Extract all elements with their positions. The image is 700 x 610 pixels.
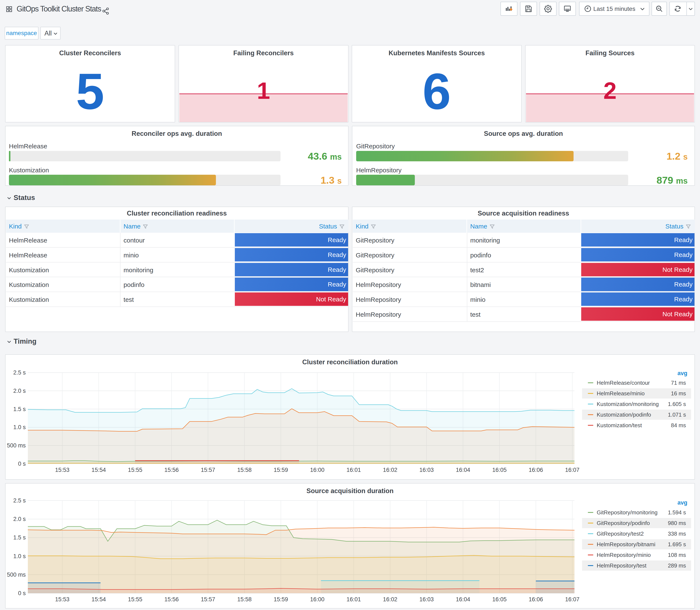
svg-text:16:01: 16:01 <box>347 596 361 603</box>
svg-text:15:59: 15:59 <box>274 467 288 473</box>
svg-text:16:03: 16:03 <box>420 467 434 473</box>
svg-text:1.5 s: 1.5 s <box>13 406 26 412</box>
svg-text:15:59: 15:59 <box>274 596 288 603</box>
svg-text:15:53: 15:53 <box>55 467 69 473</box>
svg-text:1.0 s: 1.0 s <box>13 553 26 559</box>
svg-text:16:00: 16:00 <box>310 467 325 473</box>
svg-text:16:07: 16:07 <box>565 467 580 473</box>
svg-text:16:01: 16:01 <box>347 467 361 473</box>
svg-text:16:00: 16:00 <box>310 596 325 603</box>
svg-text:2.0 s: 2.0 s <box>13 388 26 394</box>
svg-text:16:04: 16:04 <box>456 596 470 603</box>
svg-text:2.5 s: 2.5 s <box>13 369 26 376</box>
svg-text:2.5 s: 2.5 s <box>13 497 26 504</box>
svg-text:15:56: 15:56 <box>164 467 179 473</box>
svg-text:16:04: 16:04 <box>456 467 470 473</box>
svg-text:15:57: 15:57 <box>201 467 215 473</box>
svg-text:0 s: 0 s <box>18 461 26 467</box>
svg-text:16:06: 16:06 <box>529 467 543 473</box>
svg-text:16:02: 16:02 <box>383 467 397 473</box>
svg-text:15:54: 15:54 <box>92 467 106 473</box>
svg-text:15:55: 15:55 <box>128 596 142 603</box>
svg-text:16:06: 16:06 <box>529 596 543 603</box>
svg-text:16:05: 16:05 <box>492 596 507 603</box>
svg-text:15:56: 15:56 <box>164 596 179 603</box>
svg-text:15:55: 15:55 <box>128 467 142 473</box>
svg-text:16:07: 16:07 <box>565 596 580 603</box>
svg-text:15:53: 15:53 <box>55 596 69 603</box>
svg-text:1.0 s: 1.0 s <box>13 424 26 430</box>
svg-text:15:58: 15:58 <box>237 467 251 473</box>
svg-text:500 ms: 500 ms <box>7 572 26 578</box>
svg-text:15:58: 15:58 <box>237 596 251 603</box>
svg-text:0 s: 0 s <box>18 590 26 596</box>
svg-text:15:54: 15:54 <box>92 596 106 603</box>
svg-text:16:03: 16:03 <box>420 596 434 603</box>
svg-text:16:02: 16:02 <box>383 596 397 603</box>
svg-text:15:57: 15:57 <box>201 596 215 603</box>
svg-text:16:05: 16:05 <box>492 467 507 473</box>
svg-text:500 ms: 500 ms <box>7 442 26 449</box>
svg-text:2.0 s: 2.0 s <box>13 516 26 522</box>
svg-text:1.5 s: 1.5 s <box>13 534 26 541</box>
